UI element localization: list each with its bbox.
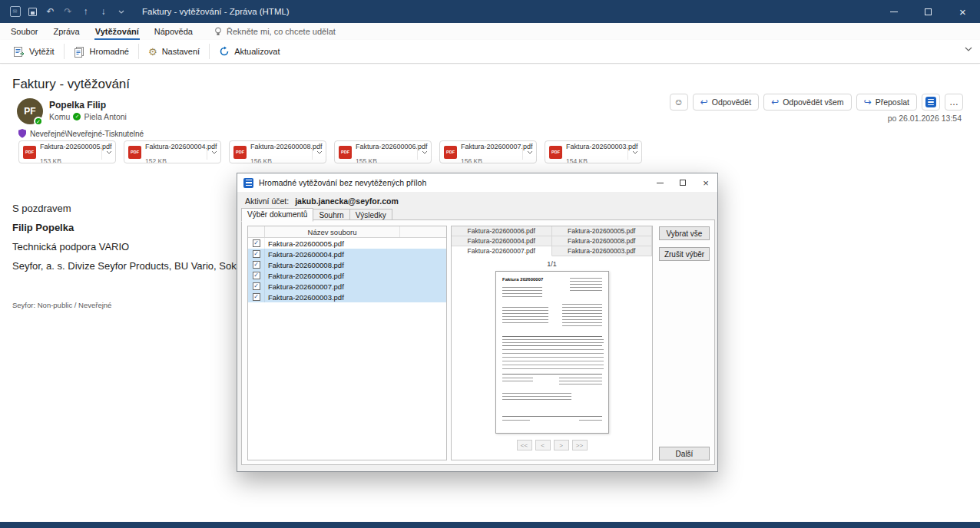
preview-divider	[502, 374, 602, 375]
previous-page-button[interactable]: <	[535, 440, 551, 450]
move-down-icon[interactable]: ↓	[94, 0, 112, 23]
move-up-icon[interactable]: ↑	[77, 0, 94, 23]
redo-icon[interactable]: ↷	[59, 0, 77, 23]
body-signature-name: Filip Popelka	[12, 222, 74, 233]
document-preview: Faktura-202600006.pdf Faktura-202600005.…	[451, 226, 653, 460]
pdf-icon: PDF	[339, 146, 352, 159]
customize-toolbar-chevron-icon[interactable]	[112, 0, 130, 23]
file-checkbox[interactable]: ✓	[253, 239, 260, 247]
extract-button[interactable]: Vytěžit	[6, 43, 61, 61]
preview-text-block	[502, 307, 548, 325]
more-actions-button[interactable]: …	[945, 94, 963, 111]
bulk-extract-button[interactable]: Hromadné	[67, 43, 136, 61]
settings-button[interactable]: ⚙ Nastavení	[141, 44, 207, 60]
select-all-button[interactable]: Vybrat vše	[659, 226, 710, 240]
file-checkbox[interactable]: ✓	[253, 282, 260, 290]
file-checkbox[interactable]: ✓	[253, 293, 260, 301]
ribbon-separator	[64, 44, 65, 59]
ribbon-separator	[138, 44, 139, 59]
dialog-close-button[interactable]: ×	[694, 173, 717, 192]
dialog-titlebar: Hromadné vytěžování bez nevytěžených pří…	[237, 173, 717, 192]
attachment-card[interactable]: PDF Faktura-202600007.pdf156 KB	[439, 140, 537, 163]
file-row[interactable]: ✓ Faktura-202600008.pdf	[248, 259, 446, 270]
file-row[interactable]: ✓ Faktura-202600005.pdf	[248, 238, 446, 249]
reactions-button[interactable]: ☺	[670, 94, 688, 111]
tell-me-label: Řekněte mi, co chcete udělat	[227, 27, 336, 36]
file-row[interactable]: ✓ Faktura-202600006.pdf	[248, 270, 446, 281]
dialog-title: Hromadné vytěžování bez nevytěžených pří…	[259, 178, 426, 187]
preview-tab[interactable]: Faktura-202600006.pdf	[452, 226, 552, 236]
pdf-icon: PDF	[128, 146, 141, 159]
recipient-name[interactable]: Piela Antoni	[84, 112, 126, 121]
dialog-window-controls: ×	[648, 173, 717, 192]
tab-vytezovani[interactable]: Vytěžování	[88, 25, 147, 40]
attachment-card[interactable]: PDF Faktura-202600006.pdf155 KB	[334, 140, 432, 163]
tab-soubor[interactable]: Soubor	[3, 25, 45, 40]
maximize-button[interactable]	[911, 0, 945, 23]
preview-document-tabs: Faktura-202600006.pdf Faktura-202600005.…	[452, 226, 652, 256]
ribbon-collapse-chevron-icon[interactable]	[965, 47, 972, 51]
tell-me-search[interactable]: Řekněte mi, co chcete udělat	[214, 27, 336, 40]
first-page-button[interactable]: <<	[517, 440, 532, 450]
attachment-dropdown-chevron-icon[interactable]	[418, 141, 431, 163]
file-row[interactable]: ✓ Faktura-202600003.pdf	[248, 292, 446, 302]
window-controls: ×	[876, 0, 980, 23]
refresh-icon	[219, 46, 230, 57]
preview-tab[interactable]: Faktura-202600004.pdf	[452, 236, 552, 246]
ellipsis-icon: …	[949, 97, 958, 107]
reply-button[interactable]: ↩ Odpovědět	[693, 94, 759, 111]
attachment-dropdown-chevron-icon[interactable]	[313, 141, 326, 163]
preview-tab-active[interactable]: Faktura-202600007.pdf	[452, 246, 552, 256]
tab-vyber-dokumentu[interactable]: Výběr dokumentů	[241, 208, 313, 222]
attachment-dropdown-chevron-icon[interactable]	[102, 141, 115, 163]
gear-icon: ⚙	[148, 47, 157, 57]
refresh-button[interactable]: Aktualizovat	[212, 43, 286, 60]
tab-napoveda[interactable]: Nápověda	[147, 25, 200, 40]
sender-name[interactable]: Popelka Filip	[49, 100, 106, 111]
file-checkbox[interactable]: ✓	[253, 250, 260, 258]
recipient-check-icon: ✓	[73, 113, 81, 120]
preview-tab[interactable]: Faktura-202600008.pdf	[552, 236, 653, 246]
quick-access-toolbar: ✉ ↶ ↷ ↑ ↓	[0, 0, 130, 23]
file-checkbox[interactable]: ✓	[253, 261, 260, 269]
attachment-card[interactable]: PDF Faktura-202600008.pdf156 KB	[229, 140, 326, 163]
pdf-icon: PDF	[444, 146, 457, 159]
reply-all-icon: ↩	[771, 97, 779, 107]
attachment-card[interactable]: PDF Faktura-202600005.pdf153 KB	[18, 140, 116, 163]
forward-button[interactable]: ↪ Přeposlat	[856, 94, 917, 111]
dialog-minimize-button[interactable]	[648, 173, 671, 192]
page-indicator: 1/1	[452, 260, 652, 268]
active-account-row: Aktivní účet: jakub.janecka@seyfor.com	[245, 196, 399, 206]
dialog-maximize-button[interactable]	[671, 173, 694, 192]
preview-tab[interactable]: Faktura-202600005.pdf	[552, 226, 653, 236]
window-titlebar: ✉ ↶ ↷ ↑ ↓ Faktury - vytěžování - Zpráva …	[0, 0, 980, 23]
close-button[interactable]: ×	[945, 0, 980, 23]
preview-tab[interactable]: Faktura-202600003.pdf	[552, 246, 653, 256]
save-icon[interactable]	[24, 0, 41, 23]
invoice-preview-page: Faktura 202600007	[495, 271, 609, 434]
last-page-button[interactable]: >>	[572, 440, 588, 450]
file-checkbox[interactable]: ✓	[253, 272, 260, 279]
attachment-dropdown-chevron-icon[interactable]	[628, 141, 641, 163]
clear-selection-button[interactable]: Zrušit výběr	[659, 247, 710, 261]
addin-button[interactable]	[922, 94, 940, 111]
lightbulb-icon	[214, 27, 222, 36]
reply-all-button[interactable]: ↩ Odpovědět všem	[763, 94, 851, 111]
next-step-button[interactable]: Další	[659, 447, 710, 460]
file-row[interactable]: ✓ Faktura-202600007.pdf	[248, 281, 446, 292]
attachment-dropdown-chevron-icon[interactable]	[523, 141, 536, 163]
file-row[interactable]: ✓ Faktura-202600004.pdf	[248, 249, 446, 259]
preview-text-block	[502, 339, 604, 343]
attachment-dropdown-chevron-icon[interactable]	[207, 141, 220, 163]
forward-icon: ↪	[864, 97, 872, 107]
attachment-card[interactable]: PDF Faktura-202600003.pdf154 KB	[545, 140, 642, 163]
pdf-icon: PDF	[23, 146, 36, 159]
preview-divider	[502, 336, 602, 337]
next-page-button[interactable]: >	[554, 440, 569, 450]
to-label: Komu	[49, 112, 70, 121]
undo-icon[interactable]: ↶	[41, 0, 59, 23]
tab-zprava[interactable]: Zpráva	[45, 25, 87, 40]
attachment-card[interactable]: PDF Faktura-202600004.pdf152 KB	[124, 140, 221, 163]
body-greeting: S pozdravem	[12, 203, 71, 214]
minimize-button[interactable]	[876, 0, 911, 23]
